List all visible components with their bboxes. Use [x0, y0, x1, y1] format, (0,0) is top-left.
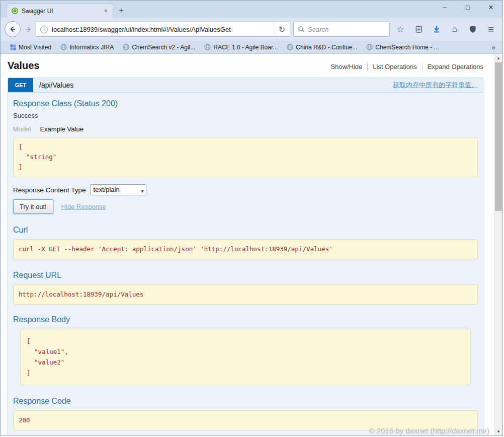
operation-panel: Response Class (Status 200) Success Mode… [8, 93, 483, 436]
response-class-heading: Response Class (Status 200) [13, 99, 478, 109]
page-scrollbar[interactable]: ▴ ▾ [494, 54, 502, 436]
copyright-watermark: © 2016 by daxnet (http://daxnet.me) [369, 426, 489, 435]
chevron-down-icon: ▾ [141, 186, 144, 196]
response-content-type-row: Response Content Type text/plain ▾ [13, 184, 478, 195]
new-tab-button[interactable]: + [114, 5, 128, 17]
show-hide-link[interactable]: Show/Hide [325, 63, 367, 70]
content-type-selected-value: text/plain [94, 186, 120, 193]
forward-button[interactable] [24, 22, 33, 37]
operation-description-link[interactable]: 获取内存中所有的字符串值。 [393, 81, 478, 90]
search-box[interactable]: Search [293, 22, 390, 37]
browser-tab[interactable]: Swagger UI × [7, 4, 113, 18]
minimize-button[interactable]: – [433, 1, 456, 14]
bookmarks-bar: Most Visited Informatics JIRA ChemSearch… [1, 41, 502, 54]
search-placeholder: Search [308, 26, 328, 33]
tab-close-icon[interactable]: × [103, 7, 109, 15]
scrollbar-thumb[interactable] [495, 62, 502, 211]
try-row: Try it out! Hide Response [13, 199, 478, 214]
globe-icon [204, 44, 211, 50]
tab-example-value[interactable]: Example Value [40, 125, 83, 133]
response-content-type-label: Response Content Type [13, 186, 86, 194]
list-operations-link[interactable]: List Operations [367, 63, 422, 70]
url-text: localhost:18939/swagger/ui/index.html#!/… [52, 26, 274, 33]
example-value-code: [ "string" ] [13, 137, 478, 177]
back-button[interactable] [5, 21, 21, 37]
try-it-out-button[interactable]: Try it out! [13, 199, 53, 214]
curl-code: curl -X GET --header 'Accept: applicatio… [13, 239, 478, 259]
globe-icon [287, 44, 293, 50]
bookmark-star-icon[interactable]: ☆ [393, 22, 408, 37]
globe-icon [60, 44, 67, 50]
shield-icon[interactable] [465, 22, 480, 37]
bookmark-item[interactable]: RACE 1.0 - Agile Boar... [200, 41, 282, 53]
url-bar[interactable]: i localhost:18939/swagger/ui/index.html#… [36, 22, 290, 37]
globe-icon [366, 44, 373, 50]
bookmarks-overflow-icon[interactable]: » [489, 43, 497, 51]
close-button[interactable]: × [479, 1, 502, 14]
response-body-code: [ "value1", "value2" ] [20, 329, 471, 385]
page-content: Values Show/Hide List Operations Expand … [1, 54, 502, 436]
tab-title: Swagger UI [22, 8, 100, 15]
home-icon[interactable]: ⌂ [447, 22, 462, 37]
curl-heading: Curl [13, 225, 478, 235]
hide-response-link[interactable]: Hide Response [61, 203, 106, 210]
bookmark-item[interactable]: ChemSearch Home - ... [362, 41, 443, 53]
resource-actions: Show/Hide List Operations Expand Operati… [325, 63, 483, 70]
operation-path[interactable]: /api/Values [39, 81, 73, 89]
swagger-resource-header: Values Show/Hide List Operations Expand … [8, 60, 483, 71]
bookmark-item[interactable]: ChemSearch v2 - Agil... [118, 41, 200, 53]
tab-model[interactable]: Model [13, 125, 31, 133]
bookmark-item[interactable]: China R&D - Conflue... [282, 41, 362, 53]
scroll-up-icon[interactable]: ▴ [494, 54, 502, 62]
bookmarks-menu-icon[interactable] [411, 22, 426, 37]
model-tabs: Model Example Value [13, 125, 478, 133]
response-code-heading: Response Code [13, 396, 478, 406]
content-type-select[interactable]: text/plain ▾ [90, 184, 146, 195]
globe-icon [123, 44, 129, 50]
operation-header[interactable]: GET /api/Values 获取内存中所有的字符串值。 [8, 78, 483, 93]
response-body-heading: Response Body [13, 315, 478, 325]
swagger-favicon [11, 7, 19, 15]
response-class-description: Success [13, 112, 478, 119]
request-url-code: http://localhost:18939/api/Values [13, 284, 478, 305]
downloads-icon[interactable] [429, 22, 444, 37]
search-icon [298, 26, 305, 33]
reload-icon[interactable]: ↻ [274, 22, 290, 36]
scroll-down-icon[interactable]: ▾ [494, 427, 502, 436]
http-method-badge[interactable]: GET [8, 78, 33, 92]
menu-icon[interactable]: ≡ [483, 22, 498, 37]
browser-window: Swagger UI × + – □ × i localhost:18939/s… [0, 0, 503, 436]
navigation-bar: i localhost:18939/swagger/ui/index.html#… [1, 18, 502, 41]
expand-operations-link[interactable]: Expand Operations [422, 63, 483, 70]
window-controls: – □ × [433, 1, 502, 14]
maximize-button[interactable]: □ [456, 1, 479, 14]
page-info-icon[interactable]: i [40, 26, 48, 33]
bookmark-most-visited[interactable]: Most Visited [6, 41, 56, 53]
grid-icon [10, 44, 16, 50]
back-arrow-icon [9, 25, 17, 33]
titlebar: Swagger UI × + – □ × [1, 1, 502, 18]
page-title: Values [8, 60, 39, 71]
forward-arrow-icon [25, 26, 32, 33]
request-url-heading: Request URL [13, 270, 478, 280]
bookmark-item[interactable]: Informatics JIRA [56, 41, 118, 53]
